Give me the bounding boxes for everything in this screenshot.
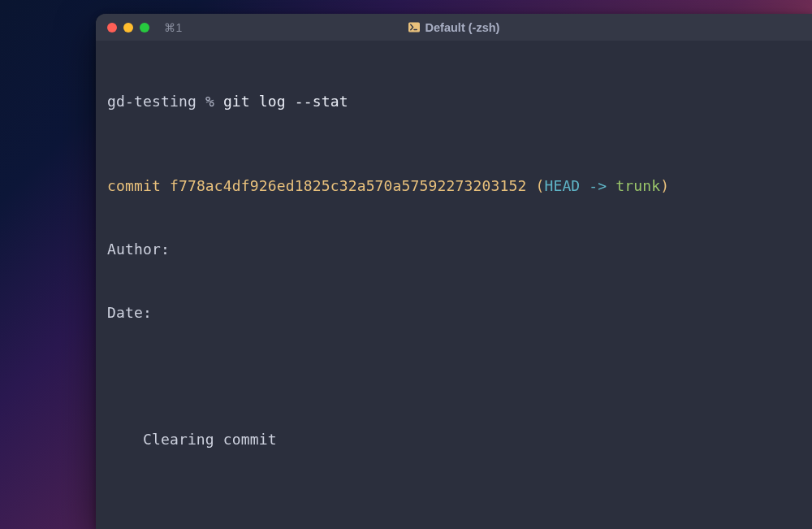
zoom-icon[interactable] — [140, 23, 149, 33]
titlebar: ⌘1 Default (-zsh) — [96, 14, 812, 41]
commit-header-0: commit f778ac4df926ed1825c32a570a5759227… — [107, 176, 801, 197]
minimize-icon[interactable] — [123, 23, 133, 33]
prompt-symbol: % — [205, 93, 214, 110]
commit-hash: f778ac4df926ed1825c32a570a57592273203152 — [170, 177, 526, 194]
commit-label: commit — [107, 177, 161, 194]
command-text: git log --stat — [223, 93, 348, 110]
ref-branch: trunk — [615, 177, 660, 194]
svg-rect-0 — [408, 22, 420, 32]
window-title: Default (-zsh) — [96, 21, 812, 34]
date-line: Date: — [107, 302, 801, 323]
ref-head: HEAD -> — [544, 177, 615, 194]
traffic-lights — [107, 23, 149, 33]
tab-shortcut: ⌘1 — [164, 21, 183, 34]
terminal-window: ⌘1 Default (-zsh) gd-testing % git log -… — [96, 14, 812, 529]
commit-message: Clearing commit — [107, 429, 801, 450]
ref-close: ) — [660, 177, 669, 194]
prompt-line: gd-testing % git log --stat — [107, 91, 801, 112]
window-title-text: Default (-zsh) — [425, 21, 500, 34]
terminal-content[interactable]: gd-testing % git log --stat commit f778a… — [96, 41, 812, 529]
close-icon[interactable] — [107, 23, 117, 33]
prompt-dir: gd-testing — [107, 93, 197, 110]
prompt-icon — [408, 22, 420, 33]
ref-open: ( — [535, 177, 544, 194]
author-line: Author: — [107, 239, 801, 260]
